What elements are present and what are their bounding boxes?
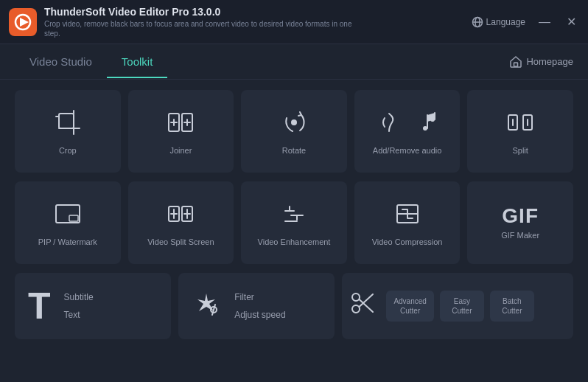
svg-rect-6 xyxy=(514,63,518,66)
rotate-icon xyxy=(279,108,309,142)
globe-icon xyxy=(472,16,483,28)
easy-cutter-label: EasyCutter xyxy=(452,296,472,316)
audio-label: Add/Remove audio xyxy=(373,146,442,155)
tab-video-studio[interactable]: Video Studio xyxy=(15,46,107,78)
advanced-cutter-label: AdvancedCutter xyxy=(393,296,426,316)
minimize-button[interactable]: — xyxy=(536,14,553,30)
splitscreen-label: Video Split Screen xyxy=(147,237,214,246)
tool-row-1: Crop Joiner xyxy=(15,90,573,173)
split-icon xyxy=(505,108,535,142)
joiner-label: Joiner xyxy=(169,146,192,155)
pip-icon xyxy=(53,199,83,233)
subtitle-label: Subtitle xyxy=(64,292,94,302)
batch-cutter-label: BatchCutter xyxy=(502,296,522,316)
text-label: Text xyxy=(64,310,94,320)
adjust-speed-label: Adjust speed xyxy=(234,310,285,320)
text-t-icon: T xyxy=(28,288,51,324)
svg-point-45 xyxy=(352,305,360,313)
tool-row-2: PIP / Watermark Video Split Screen xyxy=(15,181,573,264)
filter-label: Filter xyxy=(234,292,285,302)
tool-joiner[interactable]: Joiner xyxy=(128,90,234,173)
app-subtitle: Crop video, remove black bars to focus a… xyxy=(44,19,361,38)
tool-audio[interactable]: Add/Remove audio xyxy=(354,90,461,173)
svg-rect-28 xyxy=(69,215,78,221)
subtitle-text-labels: Subtitle Text xyxy=(64,292,94,320)
titlebar: ThunderSoft Video Editor Pro 13.0.0 Crop… xyxy=(0,0,588,44)
svg-point-18 xyxy=(291,119,297,125)
scissors-icon xyxy=(349,290,382,322)
tool-splitscreen[interactable]: Video Split Screen xyxy=(128,181,234,264)
tab-toolkit[interactable]: Toolkit xyxy=(107,46,168,78)
enhance-label: Video Enhancement xyxy=(258,237,331,246)
audio-icon xyxy=(374,108,441,142)
titlebar-controls: Language — ✕ xyxy=(472,13,579,30)
language-label: Language xyxy=(486,17,525,27)
svg-rect-7 xyxy=(59,114,74,128)
tool-pip[interactable]: PIP / Watermark xyxy=(15,181,121,264)
homepage-label: Homepage xyxy=(526,56,573,67)
tool-crop[interactable]: Crop xyxy=(15,90,121,173)
filter-star-icon xyxy=(192,289,221,323)
tool-filter-speed[interactable]: Filter Adjust speed xyxy=(178,273,335,339)
gif-icon: GIF xyxy=(502,206,539,226)
split-label: Split xyxy=(512,146,528,155)
app-title: ThunderSoft Video Editor Pro 13.0.0 xyxy=(44,6,472,18)
joiner-icon xyxy=(166,108,195,142)
compress-icon xyxy=(393,199,422,233)
svg-point-21 xyxy=(423,126,427,131)
crop-label: Crop xyxy=(59,146,77,155)
tool-rotate[interactable]: Rotate xyxy=(241,90,347,173)
cutter-batch[interactable]: BatchCutter xyxy=(490,291,534,322)
cutter-easy[interactable]: EasyCutter xyxy=(440,291,484,322)
gif-label: GIF Maker xyxy=(501,231,539,240)
app-logo xyxy=(9,8,37,36)
tool-enhance[interactable]: Video Enhancement xyxy=(241,181,347,264)
titlebar-info: ThunderSoft Video Editor Pro 13.0.0 Crop… xyxy=(44,6,472,38)
tool-subtitle-text[interactable]: T Subtitle Text xyxy=(15,273,171,339)
tool-compress[interactable]: Video Compression xyxy=(354,181,461,264)
main-content: Crop Joiner xyxy=(0,80,588,350)
home-icon xyxy=(510,56,522,68)
splitscreen-icon xyxy=(166,199,195,233)
compress-label: Video Compression xyxy=(372,237,443,246)
pip-label: PIP / Watermark xyxy=(38,237,97,246)
svg-point-44 xyxy=(352,294,360,301)
enhance-icon xyxy=(279,199,309,233)
tool-gif[interactable]: GIF GIF Maker xyxy=(467,181,573,264)
cutter-items: AdvancedCutter EasyCutter BatchCutter xyxy=(386,291,533,322)
language-button[interactable]: Language xyxy=(472,16,525,28)
tool-cutter-group[interactable]: AdvancedCutter EasyCutter BatchCutter xyxy=(342,273,573,339)
close-button[interactable]: ✕ xyxy=(564,13,579,30)
tool-row-3: T Subtitle Text Filter Adjust speed xyxy=(15,273,573,339)
homepage-link[interactable]: Homepage xyxy=(510,56,573,68)
navbar: Video Studio Toolkit Homepage xyxy=(0,44,588,80)
svg-point-22 xyxy=(430,117,435,122)
rotate-label: Rotate xyxy=(282,146,306,155)
filter-speed-labels: Filter Adjust speed xyxy=(234,292,285,320)
crop-icon xyxy=(53,108,83,142)
cutter-advanced[interactable]: AdvancedCutter xyxy=(386,291,433,322)
tool-split[interactable]: Split xyxy=(467,90,573,173)
